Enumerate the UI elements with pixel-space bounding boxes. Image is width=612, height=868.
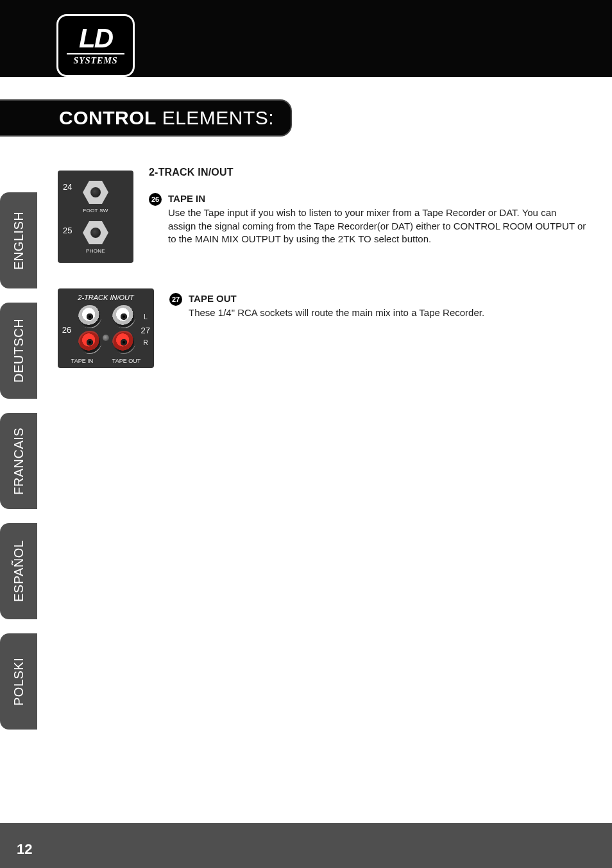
item-27: 27 TAPE OUT These 1/4" RCA sockets will … <box>169 292 503 320</box>
callout-26: 26 <box>62 325 71 335</box>
page-title-bold: CONTROL <box>59 107 157 128</box>
lang-tab-deutsch[interactable]: DEUTSCH <box>0 303 37 399</box>
rca-in-l-icon <box>78 305 101 328</box>
item-27-body: These 1/4" RCA sockets will route the ma… <box>189 307 484 318</box>
label-phone: PHONE <box>86 248 105 254</box>
label-tape-out: TAPE OUT <box>112 358 140 364</box>
callout-25: 25 <box>63 226 72 235</box>
brand-logo: LD SYSTEMS <box>56 14 135 77</box>
rca-out-r-icon <box>112 331 135 354</box>
item-26-body: Use the Tape input if you wish to listen… <box>168 207 586 244</box>
language-rail: ENGLISH DEUTSCH FRANCAIS ESPAÑOL POLSKI <box>0 192 37 744</box>
item-26-title: TAPE IN <box>168 192 586 205</box>
label-tape-in: TAPE IN <box>71 358 93 364</box>
page-title-light: ELEMENTS: <box>157 107 274 128</box>
rca-in-r-icon <box>78 331 101 354</box>
label-footsw: FOOT SW <box>83 208 108 213</box>
lang-tab-francais[interactable]: FRANCAIS <box>0 413 37 509</box>
item-27-title: TAPE OUT <box>189 292 484 305</box>
diagram-rca-panel: 2-TRACK IN/OUT 26 L R 27 TAPE I <box>58 288 154 368</box>
logo-divider <box>67 53 124 54</box>
lang-tab-english[interactable]: ENGLISH <box>0 192 37 288</box>
label-l: L <box>144 313 148 321</box>
rca-out-l-icon <box>112 305 135 328</box>
bullet-26-icon: 26 <box>149 193 162 206</box>
label-r: R <box>143 339 148 346</box>
page-number: 12 <box>17 841 32 858</box>
lang-tab-espanol[interactable]: ESPAÑOL <box>0 523 37 619</box>
screw-icon <box>103 335 109 341</box>
section-2track-header: 24 FOOT SW 25 PHONE 2-TRACK IN/OUT 26 TA… <box>58 167 586 263</box>
jack-footsw-icon <box>83 179 108 205</box>
lang-tab-polski[interactable]: POLSKI <box>0 633 37 730</box>
content-area: 24 FOOT SW 25 PHONE 2-TRACK IN/OUT 26 TA… <box>58 167 586 394</box>
logo-ld-text: LD <box>79 25 112 52</box>
logo-systems-text: SYSTEMS <box>73 56 117 66</box>
heading-2track: 2-TRACK IN/OUT <box>149 167 586 178</box>
panel2-header: 2-TRACK IN/OUT <box>62 294 150 301</box>
page-title: CONTROL ELEMENTS: <box>0 99 292 137</box>
callout-24: 24 <box>63 182 72 192</box>
callout-27: 27 <box>141 326 150 335</box>
bottom-bar <box>0 823 612 868</box>
page-title-wrap: CONTROL ELEMENTS: <box>0 99 292 137</box>
jack-phone-icon <box>83 220 108 246</box>
bullet-27-icon: 27 <box>169 293 182 306</box>
item-26: 26 TAPE IN Use the Tape input if you wis… <box>149 192 586 246</box>
diagram-jacks-panel: 24 FOOT SW 25 PHONE <box>58 171 133 263</box>
section-tape-out: 2-TRACK IN/OUT 26 L R 27 TAPE I <box>58 288 586 368</box>
